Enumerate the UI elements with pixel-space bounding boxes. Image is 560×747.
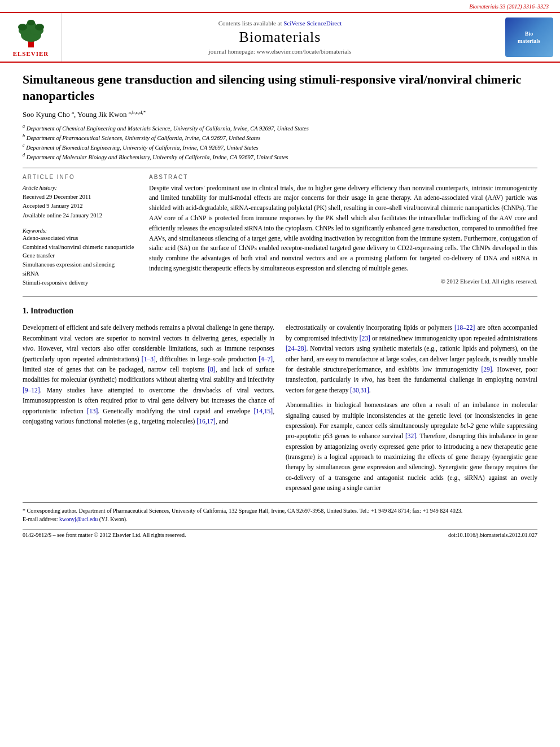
svg-point-6	[35, 24, 44, 30]
keyword-3: Gene transfer	[23, 251, 135, 260]
article-info-label: ARTICLE INFO	[23, 174, 135, 180]
footer-bar: 0142-9612/$ – see front matter © 2012 El…	[23, 529, 537, 538]
sciverse-link[interactable]: SciVerse ScienceDirect	[283, 20, 342, 27]
abstract-label: ABSTRACT	[149, 174, 537, 180]
footer-doi: doi:10.1016/j.biomaterials.2012.01.027	[448, 532, 537, 538]
elsevier-tree-icon	[11, 18, 51, 49]
authors-line: Soo Kyung Cho a, Young Jik Kwon a,b,c,d,…	[23, 110, 537, 119]
affiliation-d: d Department of Molecular Biology and Bi…	[23, 152, 537, 161]
biomaterials-badge: Biomaterials	[505, 18, 553, 57]
keywords-block: Keywords: Adeno-associated virus Combine…	[23, 228, 135, 287]
journal-title-header: Biomaterials	[239, 29, 321, 46]
elsevier-logo-section: ELSEVIER	[0, 13, 62, 62]
intro-left-col: Development of efficient and safe delive…	[23, 322, 274, 493]
affiliation-b: b Department of Pharmaceutical Sciences,…	[23, 133, 537, 142]
keyword-4: Simultaneous expression and silencing	[23, 260, 135, 269]
header-band: ELSEVIER Contents lists available at Sci…	[0, 12, 560, 63]
biomaterials-badge-section: Biomaterials	[498, 13, 560, 62]
journal-ref-line: Biomaterials 33 (2012) 3316–3323	[0, 0, 560, 10]
available-date: Available online 24 January 2012	[23, 211, 135, 221]
intro-right-para2: Abnormalities in biological homeostases …	[286, 400, 537, 493]
footnote-email: E-mail address: kwonyj@uci.edu (YJ. Kwon…	[23, 515, 537, 523]
intro-right-col: electrostatically or covalently incorpor…	[286, 322, 537, 493]
divider-2	[23, 296, 537, 296]
received-date: Received 29 December 2011	[23, 193, 135, 202]
keyword-6: Stimuli-responsive delivery	[23, 278, 135, 287]
keywords-label: Keywords:	[23, 228, 135, 234]
article-info-block: Article history: Received 29 December 20…	[23, 184, 135, 221]
divider-1	[23, 168, 537, 168]
journal-header-center: Contents lists available at SciVerse Sci…	[62, 13, 498, 62]
article-title: Simultaneous gene transduction and silen…	[23, 72, 537, 104]
intro-section-title: 1. Introduction	[23, 307, 537, 316]
accepted-date: Accepted 9 January 2012	[23, 202, 135, 211]
sciverse-line: Contents lists available at SciVerse Sci…	[218, 20, 342, 27]
intro-section: 1. Introduction Development of efficient…	[23, 307, 537, 493]
footer-issn: 0142-9612/$ – see front matter © 2012 El…	[23, 532, 186, 538]
svg-point-5	[18, 24, 27, 30]
affiliation-c: c Department of Biomedical Engineering, …	[23, 142, 537, 152]
affiliations-block: a Department of Chemical Engineering and…	[23, 123, 537, 162]
abstract-text: Despite viral vectors' predominant use i…	[149, 184, 537, 274]
svg-point-7	[27, 20, 35, 25]
keyword-2: Combined viral/nonviral chimeric nanopar…	[23, 243, 135, 252]
intro-right-text: electrostatically or covalently incorpor…	[286, 322, 537, 395]
copyright-line: © 2012 Elsevier Ltd. All rights reserved…	[149, 278, 537, 285]
article-history-label: Article history:	[23, 184, 135, 193]
footnote-text: * Corresponding author. Department of Ph…	[23, 506, 537, 515]
footnote-area: * Corresponding author. Department of Ph…	[23, 503, 537, 523]
elsevier-wordmark: ELSEVIER	[13, 50, 49, 57]
journal-homepage: journal homepage: www.elsevier.com/locat…	[209, 48, 352, 55]
affiliation-a: a Department of Chemical Engineering and…	[23, 123, 537, 133]
keyword-5: siRNA	[23, 269, 135, 278]
keyword-1: Adeno-associated virus	[23, 234, 135, 243]
intro-left-text: Development of efficient and safe delive…	[23, 322, 274, 426]
